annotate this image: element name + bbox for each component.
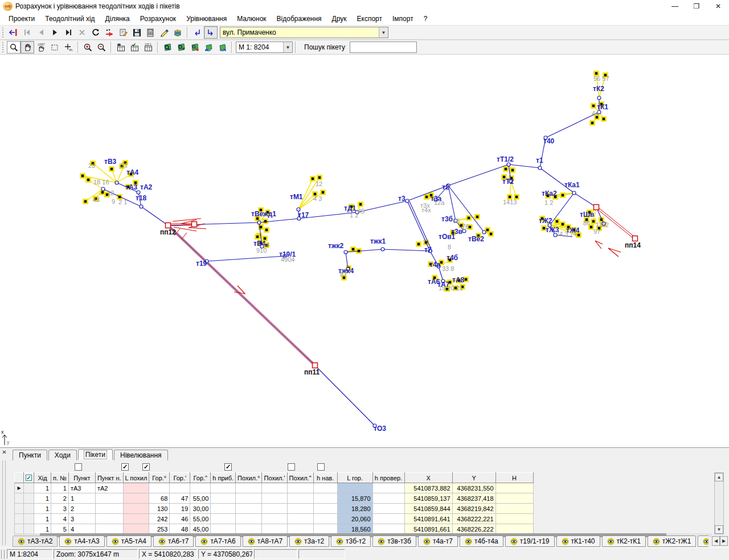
filter-checkbox-l_gor[interactable] (317, 463, 325, 471)
menu-item-8[interactable]: Експорт (352, 13, 387, 24)
column-header-punkt_n[interactable]: Пункт н. (95, 473, 123, 483)
cell-punkt_n[interactable] (95, 514, 123, 524)
column-header-h_nav[interactable]: h нав. (313, 473, 337, 483)
cell-pohil1[interactable] (236, 504, 262, 514)
column-header-ind[interactable] (15, 473, 24, 483)
panel-splitter[interactable] (2, 460, 6, 545)
cell-num[interactable]: 5 (51, 524, 69, 534)
cell-gor_m[interactable] (170, 483, 190, 493)
cell-gor_d[interactable]: 130 (149, 504, 170, 514)
column-header-x[interactable]: X (404, 473, 452, 483)
filter-checkbox-l_pohil[interactable]: ✓ (121, 463, 129, 471)
cell-hid[interactable]: 1 (34, 493, 51, 504)
cell-gor_d[interactable]: 242 (149, 514, 170, 524)
table-row[interactable]: 1432424655,0020,0605410891,6414368222,22… (15, 514, 534, 524)
last-record-icon[interactable] (62, 26, 75, 39)
cell-l_pohil[interactable] (123, 524, 149, 534)
cell-l_pohil[interactable] (123, 504, 149, 514)
traverse-tab-т4б-т4а[interactable]: т4б-т4а (460, 536, 503, 547)
menu-item-7[interactable]: Друк (327, 13, 352, 24)
cell-gor_d[interactable] (149, 483, 170, 493)
cell-l_gor[interactable] (337, 483, 372, 493)
survey-network-drawing[interactable]: тВ3тА4тА3тА2т18т19тВежд1тВ4тМ1т17тД1т19/… (0, 55, 729, 447)
traverse-tab-тА6-т7[interactable]: тА6-т7 (153, 536, 194, 547)
cell-pohil1[interactable] (236, 524, 262, 534)
cell-x[interactable]: 5410891,661 (404, 524, 452, 534)
column-header-l_gor[interactable]: L гор. (337, 473, 372, 483)
traverse-tab-т3б-т2[interactable]: т3б-т2 (331, 536, 371, 547)
cell-gor_s[interactable] (190, 483, 211, 493)
cell-h[interactable] (495, 514, 533, 524)
cell-pohil1[interactable] (236, 483, 262, 493)
cell-gor_d[interactable]: 253 (149, 524, 170, 534)
cell-h_nav[interactable] (313, 504, 337, 514)
cell-hid[interactable]: 1 (34, 483, 51, 493)
cell-gor_m[interactable]: 19 (170, 504, 190, 514)
cell-y[interactable]: 4368226,222 (452, 524, 495, 534)
traverse-tab-тА3-тА2[interactable]: тА3-тА2 (13, 536, 58, 547)
cell-h[interactable] (495, 504, 533, 514)
menu-item-4[interactable]: Урівнювання (181, 13, 232, 24)
traverse-tab-т3в-т3б[interactable]: т3в-т3б (372, 536, 416, 547)
edit-note-icon[interactable] (116, 26, 130, 39)
table-row[interactable]: 121684755,0015,8705410859,1374368237,418 (15, 493, 534, 504)
find-sheet-2-icon[interactable] (174, 41, 188, 53)
cell-l_gor[interactable]: 15,870 (337, 493, 372, 504)
cell-h_prib[interactable] (211, 493, 236, 504)
cell-gor_s[interactable]: 55,00 (190, 514, 211, 524)
cell-punkt[interactable]: 2 (68, 504, 95, 514)
pan-coords-icon[interactable]: 12057 (34, 41, 48, 53)
cell-num[interactable]: 1 (51, 483, 69, 493)
cell-h_nav[interactable] (313, 514, 337, 524)
cell-punkt_n[interactable] (95, 524, 123, 534)
cell-h_prib[interactable] (211, 524, 236, 534)
direction-back-icon[interactable] (190, 26, 204, 39)
cell-pohil2[interactable] (262, 483, 287, 493)
column-header-h[interactable]: H (495, 473, 533, 483)
cell-num[interactable]: 3 (51, 504, 69, 514)
find-sheet-icon[interactable] (161, 41, 174, 53)
traverse-tab-т3а-т2[interactable]: т3а-т2 (289, 536, 329, 547)
scale-dropdown-icon[interactable]: ▼ (283, 42, 292, 52)
column-header-y[interactable]: Y (452, 473, 495, 483)
cell-pohil2[interactable] (262, 514, 287, 524)
cell-h_prib[interactable] (211, 504, 236, 514)
cell-pohil2[interactable] (262, 493, 287, 504)
cell-punkt_n[interactable] (95, 493, 123, 504)
cell-num[interactable]: 2 (51, 493, 69, 504)
traverse-tab-тА4-тА3[interactable]: тА4-тА3 (59, 536, 104, 547)
cell-pohil1[interactable] (236, 514, 262, 524)
cell-gor_m[interactable]: 47 (170, 493, 190, 504)
cell-num[interactable]: 4 (51, 514, 69, 524)
cell-x[interactable]: 5410859,137 (404, 493, 452, 504)
menu-item-10[interactable]: ? (419, 13, 433, 24)
column-header-pohil1[interactable]: Похил.° (236, 473, 262, 483)
cell-gor_s[interactable]: 55,00 (190, 493, 211, 504)
minimize-button[interactable]: — (664, 1, 686, 13)
tab-нівелювання[interactable]: Нівелювання (114, 450, 168, 460)
scroll-down-icon[interactable]: ▼ (715, 525, 723, 534)
grid-vertical-scrollbar[interactable]: ▲ ▼ (714, 472, 724, 534)
cell-pohil3[interactable] (287, 493, 313, 504)
cell-h[interactable] (495, 524, 533, 534)
exit-icon[interactable] (7, 26, 21, 39)
sheet-next-icon[interactable] (215, 41, 229, 53)
cell-gor_s[interactable]: 30,00 (190, 504, 211, 514)
cell-x[interactable]: 5410859,844 (404, 504, 452, 514)
column-header-pohil2[interactable]: Похил.' (262, 473, 287, 483)
cell-h_prib[interactable] (211, 483, 236, 493)
cell-pohil1[interactable] (236, 493, 262, 504)
menu-item-6[interactable]: Відображення (272, 13, 327, 24)
menu-item-1[interactable]: Теодолітний хід (40, 13, 100, 24)
add-point-icon[interactable]: Pt (62, 41, 75, 53)
select-rect-icon[interactable] (48, 41, 62, 53)
cell-h[interactable] (495, 493, 533, 504)
cell-h_prover[interactable] (372, 483, 404, 493)
cell-pohil2[interactable] (262, 524, 287, 534)
cell-y[interactable]: 4368219,842 (452, 504, 495, 514)
traverse-tab-т19/1-т19[interactable]: т19/1-т19 (505, 536, 555, 547)
sheet-prev-icon[interactable] (202, 41, 215, 53)
table-eye-icon[interactable] (114, 41, 128, 53)
save-icon[interactable] (130, 26, 144, 39)
cell-y[interactable]: 4368231,550 (452, 483, 495, 493)
